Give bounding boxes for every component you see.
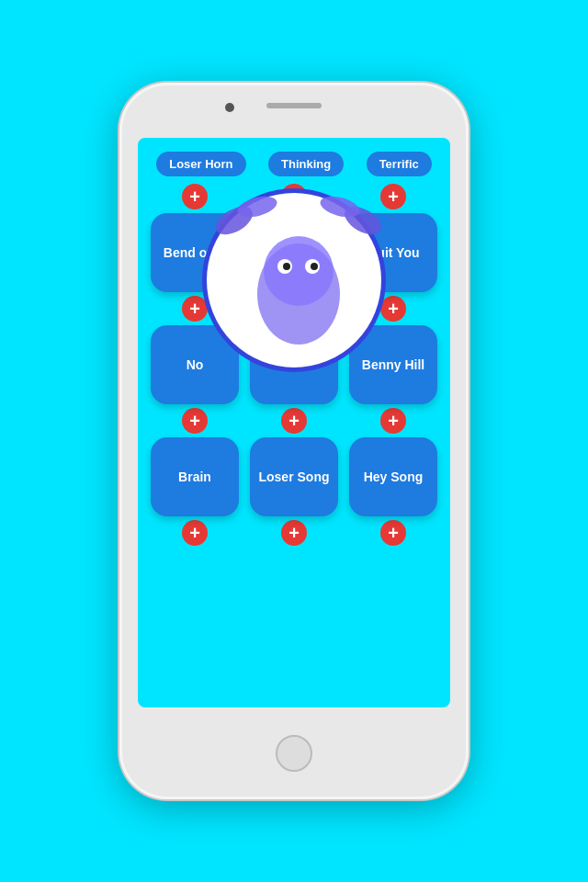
add-button-2-2[interactable]: + [281, 296, 307, 322]
phone-screen: Loser Horn Thinking Terrific [138, 138, 450, 707]
add-button-b-3[interactable]: + [380, 520, 406, 546]
phone-frame: Loser Horn Thinking Terrific [119, 83, 469, 799]
sound-btn-loser-song[interactable]: Loser Song [250, 437, 338, 516]
add-button-2-3[interactable]: + [380, 296, 406, 322]
add-button-b-1[interactable]: + [182, 520, 208, 546]
phone-bottom [119, 707, 469, 799]
add-row-bottom: + + + [145, 520, 443, 546]
home-button[interactable] [276, 735, 312, 772]
top-labels-row: Loser Horn Thinking Terrific [145, 145, 443, 182]
label-terrific[interactable]: Terrific [367, 152, 432, 176]
sound-row-1: Bend over Crickets Quit You [145, 213, 443, 292]
sound-btn-hey-song[interactable]: Hey Song [349, 437, 437, 516]
button-grid: + + + Bend over Crickets Quit You + + + [145, 184, 443, 700]
sound-row-3: Brain Loser Song Hey Song [145, 437, 443, 516]
add-button-3-3[interactable]: + [380, 408, 406, 434]
add-button-1-3[interactable]: + [380, 184, 406, 209]
speaker-grille [266, 103, 322, 108]
camera-lens [225, 103, 234, 112]
sound-btn-benny-hill[interactable]: Benny Hill [349, 325, 437, 404]
add-button-2-1[interactable]: + [182, 296, 208, 322]
add-button-b-2[interactable]: + [281, 520, 307, 546]
add-button-3-2[interactable]: + [281, 408, 307, 434]
sound-btn-no[interactable]: No [151, 325, 239, 404]
sound-btn-scream[interactable]: Scream [250, 325, 338, 404]
label-thinking[interactable]: Thinking [268, 152, 344, 176]
phone-top-bar [119, 83, 469, 138]
add-button-3-1[interactable]: + [182, 408, 208, 434]
add-row-3: + + + [145, 408, 443, 434]
screen-content: Loser Horn Thinking Terrific [138, 138, 450, 707]
sound-row-2: No Scream Benny Hill [145, 325, 443, 404]
add-button-1-1[interactable]: + [182, 184, 208, 209]
label-loser-horn[interactable]: Loser Horn [156, 152, 245, 176]
sound-btn-brain[interactable]: Brain [151, 437, 239, 516]
sound-btn-quit-you[interactable]: Quit You [349, 213, 437, 292]
add-row-2: + + + [145, 296, 443, 322]
add-row-1: + + + [145, 184, 443, 209]
sound-btn-bend-over[interactable]: Bend over [151, 213, 239, 292]
sound-btn-crickets[interactable]: Crickets [250, 213, 338, 292]
add-button-1-2[interactable]: + [281, 184, 307, 209]
